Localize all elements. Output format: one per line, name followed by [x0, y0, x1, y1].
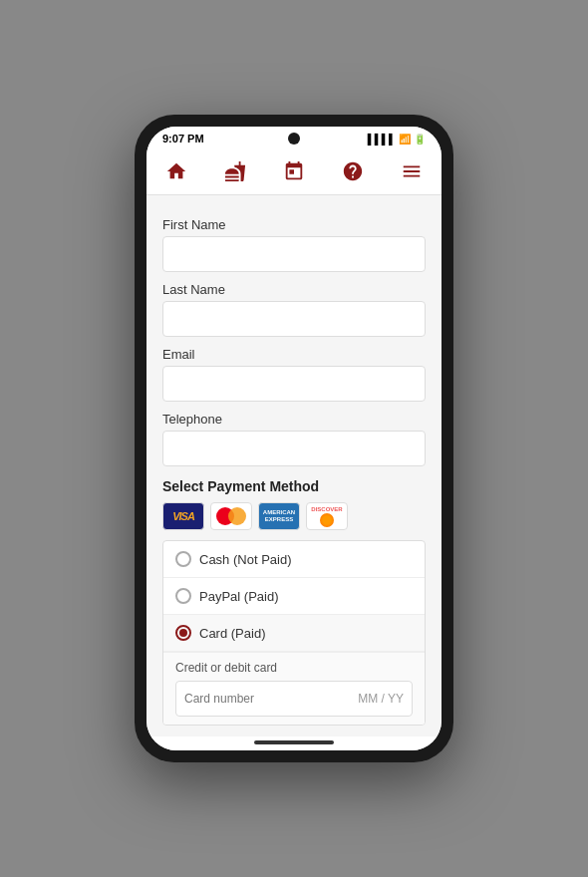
- cash-option[interactable]: Cash (Not Paid): [163, 541, 425, 578]
- nav-bar: [147, 148, 441, 195]
- camera-notch: [288, 133, 300, 145]
- last-name-label: Last Name: [162, 282, 426, 297]
- home-bar: [254, 740, 334, 744]
- card-details-section: Credit or debit card MM / YY: [163, 652, 425, 725]
- amex-logo: AMERICANEXPRESS: [258, 502, 300, 530]
- payment-section-title: Select Payment Method: [162, 478, 426, 494]
- nav-home[interactable]: [157, 156, 195, 186]
- last-name-input[interactable]: [162, 301, 426, 337]
- paypal-option[interactable]: PayPal (Paid): [163, 578, 425, 615]
- mastercard-logo: [210, 502, 252, 530]
- card-label: Card (Paid): [199, 626, 265, 641]
- signal-icon: ▌▌▌▌: [368, 134, 396, 145]
- telephone-label: Telephone: [162, 412, 426, 427]
- paypal-radio[interactable]: [175, 588, 191, 604]
- nav-help[interactable]: [334, 156, 372, 186]
- first-name-label: First Name: [162, 217, 426, 232]
- cash-radio[interactable]: [175, 551, 191, 567]
- email-input[interactable]: [162, 366, 426, 402]
- radio-dot: [179, 629, 187, 637]
- card-option[interactable]: Card (Paid): [163, 615, 425, 652]
- phone-screen: 9:07 PM ▌▌▌▌ 📶 🔋: [147, 127, 441, 750]
- status-time: 9:07 PM: [162, 133, 204, 145]
- battery-icon: 🔋: [414, 134, 426, 145]
- card-number-input[interactable]: [184, 692, 358, 706]
- card-radio[interactable]: [175, 625, 191, 641]
- card-input-row: MM / YY: [175, 681, 413, 717]
- content-area: First Name Last Name Email Telephone Sel…: [147, 195, 441, 736]
- cash-label: Cash (Not Paid): [199, 552, 291, 567]
- nav-reservation[interactable]: [275, 156, 313, 186]
- card-expiry-placeholder: MM / YY: [358, 692, 404, 706]
- payment-logos-row: VISA AMERICANEXPRESS DISCOVER: [162, 502, 426, 530]
- visa-logo: VISA: [162, 502, 204, 530]
- status-icons: ▌▌▌▌ 📶 🔋: [368, 134, 426, 145]
- home-indicator: [147, 736, 441, 750]
- nav-food[interactable]: [216, 156, 254, 186]
- form-section: First Name Last Name Email Telephone Sel…: [162, 217, 426, 736]
- discover-logo: DISCOVER: [306, 502, 348, 530]
- payment-options: Cash (Not Paid) PayPal (Paid) Card (Paid…: [162, 540, 426, 726]
- paypal-label: PayPal (Paid): [199, 589, 278, 604]
- email-label: Email: [162, 347, 426, 362]
- nav-menu[interactable]: [393, 156, 431, 186]
- wifi-icon: 📶: [399, 134, 411, 145]
- first-name-input[interactable]: [162, 236, 426, 272]
- telephone-input[interactable]: [162, 431, 426, 466]
- phone-frame: 9:07 PM ▌▌▌▌ 📶 🔋: [135, 115, 453, 762]
- card-type-label: Credit or debit card: [175, 661, 413, 675]
